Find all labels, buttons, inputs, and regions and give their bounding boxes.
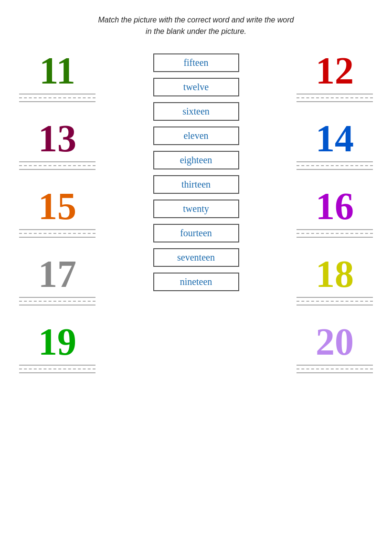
solid-line (19, 372, 95, 373)
word-box-fifteen[interactable]: fifteen (153, 53, 239, 72)
number-block-18: 18 (287, 255, 382, 310)
number-20: 20 (316, 323, 354, 361)
write-lines-19 (19, 365, 95, 373)
number-block-15: 15 (10, 187, 105, 242)
dashed-line (297, 368, 373, 369)
solid-line (19, 169, 95, 170)
dashed-line (297, 301, 373, 302)
solid-line (297, 297, 373, 298)
number-block-19: 19 (10, 323, 105, 378)
number-block-17: 17 (10, 255, 105, 310)
number-15: 15 (38, 187, 76, 225)
word-box-eighteen[interactable]: eighteen (153, 151, 239, 169)
write-lines-17 (19, 297, 95, 305)
number-block-14: 14 (287, 119, 382, 175)
number-12: 12 (316, 52, 354, 90)
solid-line (19, 365, 95, 366)
solid-line (19, 94, 95, 95)
solid-line (19, 305, 95, 305)
dashed-line (19, 233, 95, 234)
main-layout: 11 13 15 (10, 52, 382, 382)
word-box-eleven[interactable]: eleven (153, 126, 239, 145)
solid-line (19, 229, 95, 230)
dashed-line (19, 368, 95, 369)
word-box-twelve[interactable]: twelve (153, 78, 239, 96)
word-box-twenty[interactable]: twenty (153, 200, 239, 218)
number-13: 13 (38, 119, 76, 158)
solid-line (297, 305, 373, 305)
solid-line (19, 161, 95, 162)
number-19: 19 (38, 323, 76, 361)
solid-line (297, 169, 373, 170)
write-lines-20 (297, 365, 373, 373)
write-lines-11 (19, 94, 95, 102)
number-18: 18 (316, 255, 354, 293)
solid-line (297, 101, 373, 102)
number-block-16: 16 (287, 187, 382, 242)
number-block-11: 11 (10, 52, 105, 107)
solid-line (297, 229, 373, 230)
solid-line (297, 94, 373, 95)
number-16: 16 (316, 187, 354, 225)
word-box-thirteen[interactable]: thirteen (153, 175, 239, 194)
number-block-20: 20 (287, 323, 382, 378)
middle-column: fifteen twelve sixteen eleven eighteen t… (144, 52, 249, 382)
solid-line (297, 237, 373, 238)
word-box-seventeen[interactable]: seventeen (153, 248, 239, 267)
word-box-sixteen[interactable]: sixteen (153, 102, 239, 121)
number-block-13: 13 (10, 119, 105, 175)
write-lines-16 (297, 229, 373, 238)
write-lines-15 (19, 229, 95, 238)
dashed-line (19, 165, 95, 166)
dashed-line (297, 233, 373, 234)
left-column: 11 13 15 (10, 52, 105, 382)
dashed-line (19, 301, 95, 302)
solid-line (19, 101, 95, 102)
write-lines-18 (297, 297, 373, 305)
dashed-line (297, 165, 373, 166)
number-17: 17 (38, 255, 76, 293)
number-11: 11 (39, 52, 75, 90)
solid-line (297, 161, 373, 162)
write-lines-13 (19, 161, 95, 170)
write-lines-12 (297, 94, 373, 102)
dashed-line (19, 97, 95, 98)
right-column: 12 14 16 (287, 52, 382, 382)
number-block-12: 12 (287, 52, 382, 107)
solid-line (297, 365, 373, 366)
number-14: 14 (316, 119, 354, 158)
word-box-fourteen[interactable]: fourteen (153, 224, 239, 242)
word-box-nineteen[interactable]: nineteen (153, 273, 239, 291)
solid-line (19, 297, 95, 298)
solid-line (19, 237, 95, 238)
write-lines-14 (297, 161, 373, 170)
dashed-line (297, 97, 373, 98)
instructions: Match the picture with the correct word … (98, 14, 294, 37)
solid-line (297, 372, 373, 373)
